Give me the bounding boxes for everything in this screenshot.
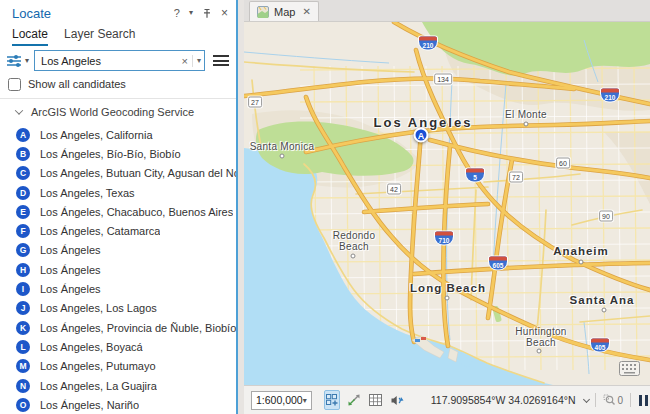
map-label-santa-ana: Santa Ana xyxy=(570,294,635,307)
pin-icon[interactable] xyxy=(202,8,212,19)
locate-result-E[interactable]: ELos Ángeles, Chacabuco, Buenos Aires xyxy=(0,202,236,221)
animation-button[interactable] xyxy=(346,390,362,410)
scale-dropdown-icon[interactable]: ▾ xyxy=(303,396,307,405)
collapse-chevron-icon[interactable] xyxy=(15,106,23,114)
map-label-santa-monica: Santa Monica xyxy=(250,141,315,152)
pause-drawing-button[interactable] xyxy=(638,395,649,406)
result-pin-A[interactable]: A xyxy=(414,128,429,143)
coordinate-display[interactable]: 117.9095854°W 34.0269164°N xyxy=(431,394,589,406)
locate-result-J[interactable]: JLos Angeles, Los Lagos xyxy=(0,299,236,318)
city-dot-huntington-beach xyxy=(537,349,542,354)
result-letter-badge: J xyxy=(16,301,30,315)
filter-dropdown-icon[interactable]: ▾ xyxy=(25,56,29,65)
map-tab-label: Map xyxy=(274,6,295,18)
city-dot-santa-monica xyxy=(280,154,285,159)
locate-result-B[interactable]: BLos Ángeles, Bío-Bío, Biobío xyxy=(0,144,236,163)
geocoding-service-header[interactable]: ArcGIS World Geocoding Service xyxy=(0,101,236,122)
interstate-shield-605: 605 xyxy=(489,257,507,270)
result-letter-badge: I xyxy=(16,282,30,296)
coordinate-value: 117.9095854°W 34.0269164°N xyxy=(431,394,576,406)
locate-result-A[interactable]: ALos Angeles, California xyxy=(0,125,236,144)
map-label-long-beach: Long Beach xyxy=(410,282,486,295)
search-options-button[interactable]: ▾ xyxy=(4,52,31,70)
locate-panel: Locate ? ▾ × Locate Layer Search xyxy=(0,0,238,414)
result-label: Los Angeles, Los Lagos xyxy=(40,302,157,314)
route-shield-134: 134 xyxy=(434,74,452,85)
result-label: Los Ángeles, Bío-Bío, Biobío xyxy=(40,148,181,160)
result-label: Los Ángeles, Catamarca xyxy=(40,225,160,237)
map-label-anaheim: Anaheim xyxy=(553,245,609,258)
result-letter-badge: C xyxy=(16,166,30,180)
route-shield-90: 90 xyxy=(599,211,613,222)
locate-result-C[interactable]: CLos Angeles, Butuan City, Agusan del No… xyxy=(0,164,236,183)
grid-plus-icon xyxy=(325,393,339,407)
locate-result-F[interactable]: FLos Ángeles, Catamarca xyxy=(0,221,236,240)
show-all-candidates-checkbox[interactable] xyxy=(8,78,21,91)
divider xyxy=(0,98,236,99)
result-label: Los Ángeles, Nariño xyxy=(40,399,139,411)
result-label: Los Angeles, Boyacá xyxy=(40,341,143,353)
locate-result-O[interactable]: OLos Ángeles, Nariño xyxy=(0,395,236,414)
divider xyxy=(192,55,193,67)
result-letter-badge: A xyxy=(16,128,30,142)
locate-result-G[interactable]: GLos Ángeles xyxy=(0,241,236,260)
city-dot-redondo-beach xyxy=(351,254,356,259)
result-label: Los Angeles, Butuan City, Agusan del Nor… xyxy=(40,167,236,179)
route-shield-27: 27 xyxy=(248,97,262,108)
locate-tabs: Locate Layer Search xyxy=(0,24,236,46)
select-magnifier-icon xyxy=(603,394,616,406)
result-letter-badge: B xyxy=(16,147,30,161)
result-label: Los Angeles, Texas xyxy=(40,187,135,199)
map-canvas[interactable]: Los AngelesEl MonteSanta MonicaRedondoBe… xyxy=(244,22,650,385)
result-letter-badge: E xyxy=(16,205,30,219)
interstate-shield-210: 210 xyxy=(419,37,437,50)
help-icon[interactable]: ? xyxy=(174,8,180,19)
map-view-tab[interactable]: Map ✕ xyxy=(249,1,319,21)
view-tab-bar: Map ✕ xyxy=(244,0,650,22)
arcgis-pro-window: Locate ? ▾ × Locate Layer Search xyxy=(0,0,650,414)
result-label: Los Ángeles, Provincia de Ñuble, Biobío xyxy=(40,322,236,334)
show-all-candidates-label: Show all candidates xyxy=(28,78,126,90)
menu-icon[interactable] xyxy=(212,53,230,68)
grid-toggle-button[interactable] xyxy=(324,390,340,410)
selection-count[interactable]: 0 xyxy=(603,394,624,406)
result-letter-badge: N xyxy=(16,379,30,393)
city-dot-anaheim xyxy=(579,260,584,265)
result-label: Los Angeles, La Guajira xyxy=(40,380,157,392)
map-label-el-monte: El Monte xyxy=(505,109,547,120)
keyboard-shortcuts-icon[interactable] xyxy=(619,361,640,378)
locate-result-H[interactable]: HLos Ángeles xyxy=(0,260,236,279)
selection-count-value: 0 xyxy=(618,395,624,406)
results-list: ALos Angeles, CaliforniaBLos Ángeles, Bí… xyxy=(0,122,236,414)
locate-result-L[interactable]: LLos Angeles, Boyacá xyxy=(0,337,236,356)
coordinate-dropdown-icon[interactable] xyxy=(583,395,590,402)
result-letter-badge: H xyxy=(16,263,30,277)
tab-locate[interactable]: Locate xyxy=(12,27,48,46)
result-letter-badge: L xyxy=(16,340,30,354)
result-letter-badge: O xyxy=(16,398,30,412)
clear-search-icon[interactable]: × xyxy=(182,55,188,67)
close-tab-icon[interactable]: ✕ xyxy=(302,6,310,17)
speaker-icon xyxy=(390,394,404,407)
result-label: Los Angeles, Putumayo xyxy=(40,360,156,372)
city-dot-santa-ana xyxy=(602,308,607,313)
interstate-shield-405: 405 xyxy=(591,339,609,352)
scale-input[interactable]: 1:600,000 ▾ xyxy=(251,391,312,410)
result-letter-badge: F xyxy=(16,224,30,238)
audio-button[interactable] xyxy=(389,390,405,410)
search-history-dropdown-icon[interactable]: ▾ xyxy=(197,56,201,65)
locate-result-D[interactable]: DLos Angeles, Texas xyxy=(0,183,236,202)
route-shield-42: 42 xyxy=(387,184,401,195)
locate-result-N[interactable]: NLos Angeles, La Guajira xyxy=(0,376,236,395)
tab-layer-search[interactable]: Layer Search xyxy=(64,27,135,46)
locate-result-K[interactable]: KLos Ángeles, Provincia de Ñuble, Biobío xyxy=(0,318,236,337)
search-input[interactable] xyxy=(35,55,204,67)
close-icon[interactable]: × xyxy=(221,7,228,19)
divider xyxy=(595,393,596,407)
locate-result-M[interactable]: MLos Angeles, Putumayo xyxy=(0,357,236,376)
locate-result-I[interactable]: ILos Ángeles xyxy=(0,279,236,298)
chevron-down-icon[interactable]: ▾ xyxy=(189,9,193,17)
result-label: Los Ángeles xyxy=(40,283,101,295)
map-status-bar: 1:600,000 ▾ xyxy=(244,385,650,414)
table-button[interactable] xyxy=(368,390,383,410)
